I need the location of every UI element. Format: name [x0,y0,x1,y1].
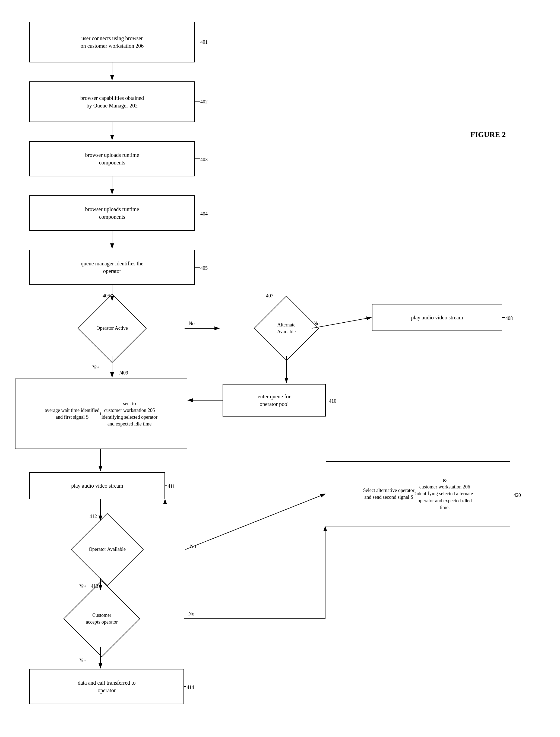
no-label-412: No [190,544,196,549]
yes-label-412: Yes [79,584,86,589]
box-402: browser capabilities obtainedby Queue Ma… [29,81,195,122]
label-404: 404 [200,211,208,217]
label-407: 407 [266,293,273,299]
no-label-413: No [188,611,194,616]
label-402: 402 [200,99,208,105]
label-401: 401 [200,39,208,45]
label-408: 408 [505,316,513,321]
label-413: 413 [91,583,98,589]
label-412: 412 [90,514,97,519]
figure-label: FIGURE 2 [470,130,506,139]
diagram-container: FIGURE 2 user connects using browseron c… [0,0,560,737]
label-420: 420 [514,492,521,498]
box-414: data and call transferred tooperator [29,669,184,704]
label-403: 403 [200,157,208,163]
no-label-406: No [189,321,195,326]
label-405: 405 [200,266,208,271]
diamond-407: AlternateAvailable [220,301,353,356]
box-401: user connects using browseron customer w… [29,22,195,62]
box-411: play audio video stream [29,472,165,499]
diamond-412: Operator Available [30,521,185,578]
label-409-ref: /409 [119,370,128,375]
yes-label-406: Yes [92,365,99,370]
box-410: enter queue foroperator pool [223,384,326,416]
box-405: queue manager identifies theoperator [29,250,195,285]
yes-label-413: Yes [79,658,86,663]
diamond-413: Customeraccepts operator [22,590,182,647]
label-410: 410 [329,398,336,404]
box-408: play audio video stream [372,304,502,331]
box-404: browser uploads runtimecomponents [29,195,195,231]
label-406: 406 [103,293,110,299]
box-409: average wait time identifiedand first si… [15,378,187,449]
label-411: 411 [168,483,175,489]
diamond-406: Operator Active [40,301,184,356]
svg-line-13 [185,494,325,549]
box-420: Select alternative operatorand send seco… [326,461,510,526]
label-414: 414 [187,685,194,690]
box-403: browser uploads runtimecomponents [29,141,195,176]
